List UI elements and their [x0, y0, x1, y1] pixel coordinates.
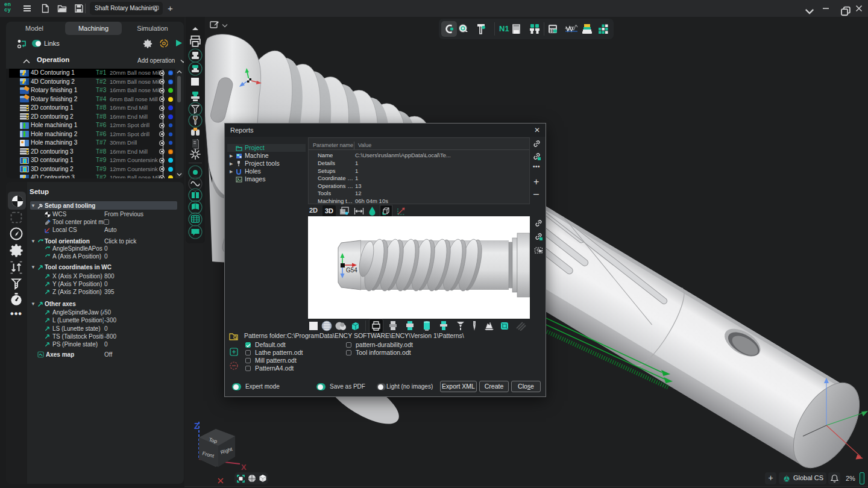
svg-text:G54: G54	[346, 267, 357, 274]
svg-text:Z: Z	[194, 421, 200, 431]
svg-text:X: X	[241, 463, 247, 472]
